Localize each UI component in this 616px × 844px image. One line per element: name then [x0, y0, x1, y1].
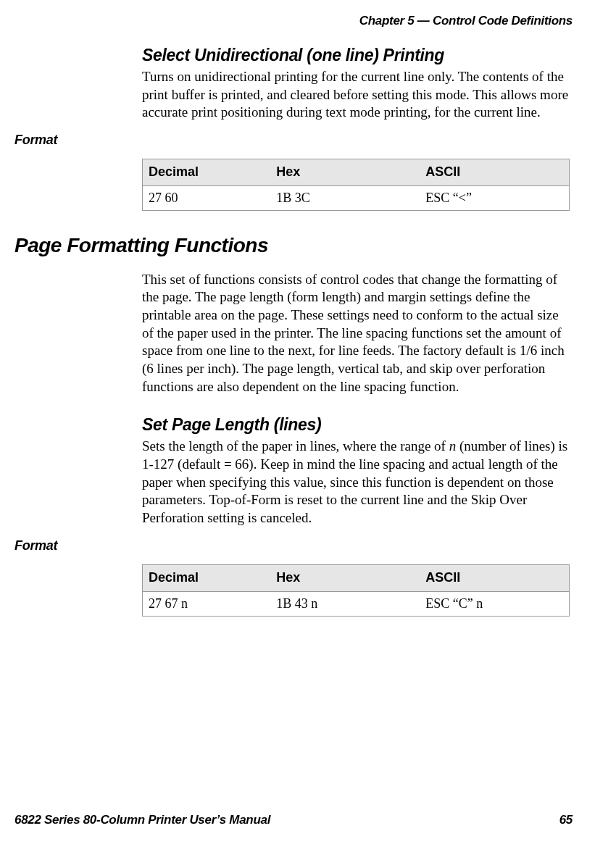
page-footer: 6822 Series 80-Column Printer User’s Man…: [14, 812, 573, 828]
major-section-body: This set of functions consists of contro…: [142, 271, 573, 396]
footer-manual-title: 6822 Series 80-Column Printer User’s Man…: [14, 812, 270, 828]
cell-ascii: ESC “C” n: [420, 591, 569, 616]
col-hex: Hex: [270, 565, 420, 591]
col-decimal: Decimal: [143, 565, 271, 591]
section-title-unidirectional: Select Unidirectional (one line) Printin…: [142, 45, 573, 67]
cell-hex: 1B 43 n: [270, 591, 420, 616]
col-ascii: ASCII: [420, 159, 569, 185]
format-table-1: Decimal Hex ASCII 27 60 1B 3C ESC “<”: [142, 159, 570, 211]
col-hex: Hex: [270, 159, 420, 185]
cell-ascii: ESC “<”: [420, 185, 569, 210]
page-header: Chapter 5 — Control Code Definitions: [14, 13, 573, 29]
section-body-unidirectional: Turns on unidirectional printing for the…: [142, 68, 573, 122]
major-heading-page-formatting: Page Formatting Functions: [14, 233, 573, 259]
cell-hex: 1B 3C: [270, 185, 420, 210]
footer-page-number: 65: [559, 812, 573, 828]
cell-decimal: 27 67 n: [143, 591, 271, 616]
format-table-2: Decimal Hex ASCII 27 67 n 1B 43 n ESC “C…: [142, 564, 570, 617]
format-label-2: Format: [14, 538, 573, 554]
table-row: 27 67 n 1B 43 n ESC “C” n: [143, 591, 570, 616]
section-title-set-page-length: Set Page Length (lines): [142, 414, 573, 436]
col-ascii: ASCII: [420, 565, 569, 591]
col-decimal: Decimal: [143, 159, 271, 185]
cell-decimal: 27 60: [143, 185, 271, 210]
table-row: 27 60 1B 3C ESC “<”: [143, 185, 570, 210]
format-label-1: Format: [14, 132, 573, 149]
section-body-set-page-length: Sets the length of the paper in lines, w…: [142, 438, 573, 527]
